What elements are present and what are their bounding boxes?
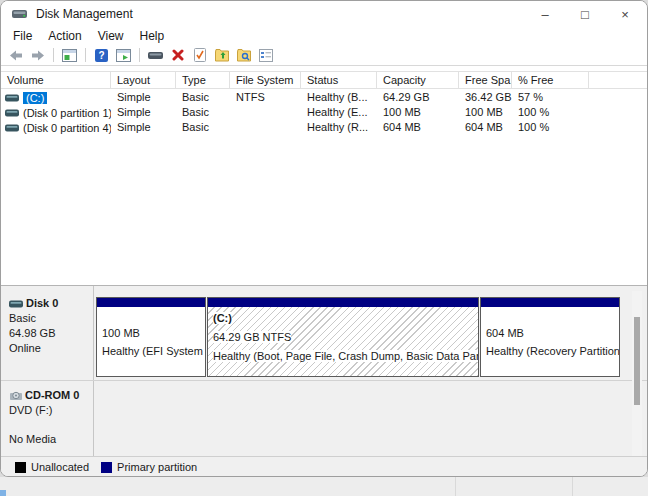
menu-file[interactable]: File (5, 29, 40, 43)
label-column-divider (93, 286, 94, 457)
help-icon[interactable]: ? (93, 47, 110, 63)
column-header-volume[interactable]: Volume (1, 72, 111, 88)
partition-size: 100 MB (102, 324, 205, 342)
minimize-button[interactable]: – (525, 1, 565, 27)
disk0-type: Basic (9, 311, 93, 326)
disk-graph-panel: Disk 0 Basic 64.98 GB Online 100 MB Heal… (1, 285, 648, 456)
cell-file-system (230, 105, 301, 120)
volume-icon (5, 109, 19, 117)
cell-type: Basic (176, 120, 230, 135)
table-row-partition-4[interactable]: (Disk 0 partition 4) Simple Basic Health… (1, 120, 648, 135)
cell-capacity: 64.29 GB (377, 90, 459, 105)
check-document-icon[interactable] (191, 47, 208, 63)
unallocated-swatch (15, 462, 26, 473)
column-header-layout[interactable]: Layout (111, 72, 176, 88)
cell-free-space: 36.42 GB (459, 90, 512, 105)
legend-bar: Unallocated Primary partition (1, 456, 648, 477)
menu-bar: File Action View Help (1, 27, 647, 45)
toolbar: ? (1, 45, 647, 66)
partition-recovery[interactable]: 604 MB Healthy (Recovery Partition) (480, 297, 620, 377)
cell-capacity: 604 MB (377, 120, 459, 135)
partition-color-bar (208, 298, 478, 307)
cell-pct-free: 100 % (512, 120, 589, 135)
cell-layout: Simple (111, 120, 176, 135)
partition-status: Healthy (Boot, Page File, Crash Dump, Ba… (213, 350, 478, 362)
properties-icon[interactable] (257, 47, 274, 63)
close-button[interactable]: × (605, 1, 645, 27)
column-header-status[interactable]: Status (301, 72, 377, 88)
column-header-spacer (589, 72, 648, 88)
back-icon[interactable] (7, 47, 24, 63)
toolbar-separator (85, 48, 86, 62)
partition-size: 604 MB (486, 324, 619, 342)
background-divider (455, 477, 456, 496)
volume-name: (Disk 0 partition 1) (23, 107, 111, 119)
disk0-size: 64.98 GB (9, 326, 93, 341)
partition-color-bar (97, 298, 205, 307)
partition-status: Healthy (EFI System P (102, 342, 205, 360)
volume-name: (C:) (23, 92, 47, 104)
legend-primary-partition: Primary partition (101, 461, 197, 473)
cell-pct-free: 57 % (512, 90, 589, 105)
legend-label: Unallocated (31, 461, 89, 473)
disk-icon (9, 300, 23, 308)
menu-action[interactable]: Action (40, 29, 89, 43)
volume-name: (Disk 0 partition 4) (23, 122, 111, 134)
vertical-scrollbar[interactable] (632, 291, 642, 456)
cell-type: Basic (176, 105, 230, 120)
partition-color-bar (481, 298, 619, 307)
menu-help[interactable]: Help (132, 29, 173, 43)
disk0-label[interactable]: Disk 0 Basic 64.98 GB Online (1, 291, 93, 379)
volume-icon (5, 94, 19, 102)
menu-view[interactable]: View (90, 29, 132, 43)
disk0-name: Disk 0 (26, 296, 58, 311)
column-header-file-system[interactable]: File System (230, 72, 301, 88)
volume-list: Volume Layout Type File System Status Ca… (1, 66, 648, 285)
cell-free-space: 604 MB (459, 120, 512, 135)
cell-file-system (230, 120, 301, 135)
cell-capacity: 100 MB (377, 105, 459, 120)
folder-search-icon[interactable] (235, 47, 252, 63)
background-divider (572, 477, 573, 496)
table-row-partition-1[interactable]: (Disk 0 partition 1) Simple Basic Health… (1, 105, 648, 120)
partition-c-drive[interactable]: (C:) 64.29 GB NTFS Healthy (Boot, Page F… (207, 297, 479, 377)
scrollbar-thumb[interactable] (634, 317, 640, 405)
table-row-volume-c[interactable]: (C:) Simple Basic NTFS Healthy (B... 64.… (1, 90, 648, 105)
column-header-pct-free[interactable]: % Free (512, 72, 589, 88)
background-area (0, 477, 648, 496)
disk-row-divider (1, 380, 648, 381)
cell-free-space: 100 MB (459, 105, 512, 120)
cell-file-system: NTFS (230, 90, 301, 105)
cdrom0-drive: DVD (F:) (9, 403, 93, 418)
primary-partition-swatch (101, 462, 112, 473)
cell-type: Basic (176, 90, 230, 105)
cell-layout: Simple (111, 105, 176, 120)
cell-status: Healthy (B... (301, 90, 377, 105)
maximize-button[interactable]: □ (565, 1, 605, 27)
disk-tool-icon[interactable] (147, 47, 164, 63)
column-header-capacity[interactable]: Capacity (377, 72, 459, 88)
partition-status: Healthy (Recovery Partition) (486, 342, 619, 360)
cell-layout: Simple (111, 90, 176, 105)
disk0-status: Online (9, 341, 93, 356)
forward-icon[interactable] (29, 47, 46, 63)
legend-label: Primary partition (117, 461, 197, 473)
legend-unallocated: Unallocated (15, 461, 89, 473)
desktop-corner (0, 490, 6, 496)
column-header-type[interactable]: Type (176, 72, 230, 88)
cell-status: Healthy (R... (301, 120, 377, 135)
window-title: Disk Management (36, 7, 133, 21)
cell-pct-free: 100 % (512, 105, 589, 120)
toolbar-separator (139, 48, 140, 62)
console-tree-icon[interactable] (61, 47, 78, 63)
column-header-free-space[interactable]: Free Spa... (459, 72, 512, 88)
cdrom0-media: No Media (9, 432, 93, 447)
cdrom0-label[interactable]: CD-ROM 0 DVD (F:) No Media (1, 384, 93, 456)
volume-list-header: Volume Layout Type File System Status Ca… (1, 71, 648, 89)
action-pane-icon[interactable] (115, 47, 132, 63)
title-bar: Disk Management – □ × (1, 1, 647, 27)
partition-efi-system[interactable]: 100 MB Healthy (EFI System P (96, 297, 206, 377)
delete-volume-icon[interactable] (169, 47, 186, 63)
toolbar-separator (53, 48, 54, 62)
folder-up-icon[interactable] (213, 47, 230, 63)
